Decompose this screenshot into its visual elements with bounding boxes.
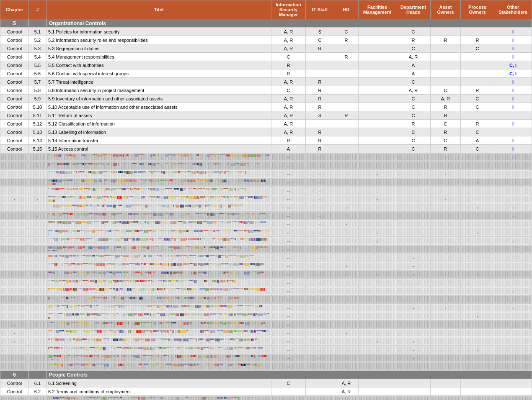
col-num: # bbox=[29, 0, 46, 19]
table-row: Control5.95.9 Inventory of information a… bbox=[0, 95, 532, 103]
table-row: Control5.105.10 Acceptable use of inform… bbox=[0, 103, 532, 111]
col-hr: HR bbox=[334, 0, 359, 19]
blurred-row: ▪▪▪▪▪ bbox=[0, 329, 532, 337]
blurred-row: ▪▪▪▪▪ bbox=[0, 170, 532, 178]
blurred-row: ▪▪▪▪▪ bbox=[0, 212, 532, 220]
blurred-row: ▪▪▪▪▪▪ bbox=[0, 203, 532, 212]
blurred-row: ▪▪▪ bbox=[0, 279, 532, 287]
blurred-row: ▪▪▪▪▪▪ bbox=[0, 337, 532, 346]
table-row: Control6.26.2 Terms and conditions of em… bbox=[0, 387, 532, 396]
blurred-row: ▪▪▪▪ bbox=[0, 312, 532, 321]
section-header-row: 6People Controls bbox=[0, 371, 532, 379]
section-header-row: 5Organizational Controls bbox=[0, 19, 532, 28]
table-row: Control5.85.8 Information security in pr… bbox=[0, 86, 532, 95]
table-row: Control5.115.11 Return of assetsA, RSRCR bbox=[0, 111, 532, 120]
table-row: Control5.65.6 Contact with special inter… bbox=[0, 69, 532, 78]
table-row: Control5.15.1 Policies for information s… bbox=[0, 28, 532, 36]
table-row: Control5.135.13 Labelling of information… bbox=[0, 128, 532, 136]
col-itstaff: IT Staff bbox=[306, 0, 334, 19]
blurred-row: ▪▪▪▪ bbox=[0, 295, 532, 304]
table-row: Control5.125.12 Classification of inform… bbox=[0, 120, 532, 128]
blurred-row: ▪▪▪▪ bbox=[0, 178, 532, 187]
table-row: Control5.55.5 Contact with authoritiesRA… bbox=[0, 61, 532, 69]
col-chapter: Chapter bbox=[0, 0, 29, 19]
blurred-row: ▪▪▪▪▪ bbox=[0, 237, 532, 245]
main-table: Chapter # Titel Information Security Man… bbox=[0, 0, 532, 400]
col-processowners: Process Owners bbox=[461, 0, 494, 19]
blurred-row: ▪▪▪▪ bbox=[0, 220, 532, 228]
blurred-row: ▪▪▪▪▪▪ bbox=[0, 153, 532, 162]
blurred-row: ▪▪▪▪▪▪ bbox=[0, 304, 532, 312]
col-assetowners: Asset Owners bbox=[431, 0, 461, 19]
blurred-row: ▪▪▪▪▪ bbox=[0, 228, 532, 237]
table-row: Control6.16.1 ScreeningCA, R bbox=[0, 379, 532, 387]
blurred-row: ▪▪▪▪▪ bbox=[0, 346, 532, 354]
blurred-row: ▪▪▪▪▪▪▪▪▪▪ bbox=[0, 270, 532, 279]
table-row: Control5.25.2 Information security roles… bbox=[0, 36, 532, 44]
col-depthead: Department Heads bbox=[396, 0, 431, 19]
blurred-row: ▪▪▪▪▪ bbox=[0, 396, 532, 400]
blurred-row: ▪▪▪ bbox=[0, 245, 532, 254]
blurred-row: ▪▪▪ bbox=[0, 187, 532, 195]
col-title: Titel bbox=[46, 0, 271, 19]
blurred-row: ▪▪▪▪ bbox=[0, 254, 532, 262]
table-row: Control5.155.15 Access controlARCRCI bbox=[0, 145, 532, 153]
col-other: Other Stakeholders bbox=[494, 0, 532, 19]
table-row: Control5.145.14 Information transferRRCC… bbox=[0, 136, 532, 145]
blurred-row: ▪▪▪▪ bbox=[0, 287, 532, 295]
blurred-row: ▪▪▪▪▪ bbox=[0, 362, 532, 371]
col-facilities: Facilities Management bbox=[359, 0, 396, 19]
blurred-row: ▪▪▪▪ bbox=[0, 162, 532, 170]
table-row: Control5.75.7 Threat intelligenceA, RRCI bbox=[0, 78, 532, 86]
blurred-row: ▪▪▪▪ bbox=[0, 354, 532, 362]
table-row: Control5.35.3 Segregation of dutiesA, RR… bbox=[0, 44, 532, 53]
table-row: Control5.45.4 Management responsibilitie… bbox=[0, 53, 532, 61]
col-ism: Information Security Manager bbox=[271, 0, 306, 19]
blurred-row: ▪▪▪▪▪ bbox=[0, 262, 532, 270]
blurred-row: ▪▪▪▪ bbox=[0, 321, 532, 329]
blurred-row: ▪▪▪▪▪▪▪ bbox=[0, 195, 532, 203]
